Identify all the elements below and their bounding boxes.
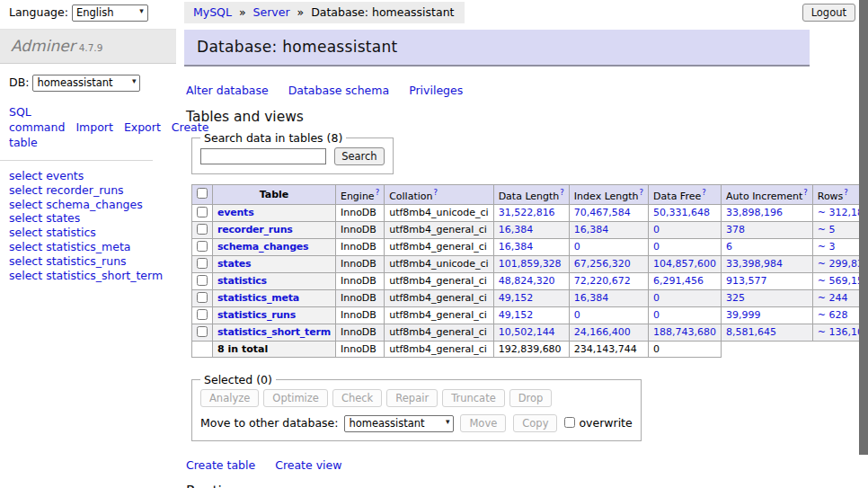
sidebar-table-links: select eventsselect recorder_runsselect … <box>0 161 176 282</box>
select-link-schema-changes[interactable]: select <box>9 198 42 211</box>
sidebar-table-row: select events <box>9 169 176 183</box>
table-name-link-statistics-runs[interactable]: statistics_runs <box>217 309 296 321</box>
table-name-link-statistics[interactable]: statistics <box>217 275 267 287</box>
row-checkbox[interactable] <box>197 292 208 303</box>
row-checkbox[interactable] <box>197 207 208 217</box>
cell-collation: utf8mb4_unicode_ci <box>385 204 493 221</box>
row-checkbox[interactable] <box>197 275 208 286</box>
breadcrumb-link-mysql[interactable]: MySQL <box>193 5 232 19</box>
cell-auto-increment: 325 <box>722 289 813 306</box>
main-content: MySQL » Server » Database: homeassistant… <box>184 0 810 488</box>
app-version[interactable]: 4.7.9 <box>79 42 103 53</box>
table-link-statistics-short-term[interactable]: statistics_short_term <box>46 269 163 282</box>
table-link-recorder-runs[interactable]: recorder_runs <box>46 183 124 197</box>
search-button[interactable]: Search <box>334 147 385 165</box>
total-blank-cell <box>722 341 813 357</box>
link-database-schema[interactable]: Database schema <box>288 84 389 97</box>
cell-table-name: statistics_short_term <box>213 324 336 341</box>
check-button[interactable]: Check <box>332 389 382 407</box>
row-checkbox[interactable] <box>197 241 208 252</box>
breadcrumb-link-server[interactable]: Server <box>253 5 290 19</box>
vertical-scrollbar[interactable] <box>859 0 868 488</box>
cell-auto-increment: 33,398,984 <box>722 255 813 272</box>
select-link-states[interactable]: select <box>9 211 42 225</box>
link-alter-database[interactable]: Alter database <box>186 84 269 97</box>
menu-link-sql-command[interactable]: SQL command <box>9 105 65 134</box>
link-create-table[interactable]: Create table <box>186 458 255 472</box>
row-checkbox[interactable] <box>197 224 208 235</box>
table-link-statistics-meta[interactable]: statistics_meta <box>46 240 130 253</box>
select-link-statistics-short-term[interactable]: select <box>9 269 42 282</box>
cell-engine: InnoDB <box>335 272 384 289</box>
link-create-view[interactable]: Create view <box>275 458 341 472</box>
row-checkbox[interactable] <box>197 258 208 269</box>
table-total-row: 8 in totalInnoDButf8mb4_general_ci192,83… <box>192 341 868 357</box>
drop-button[interactable]: Drop <box>509 389 553 407</box>
table-name-link-statistics-meta[interactable]: statistics_meta <box>217 292 299 304</box>
table-link-states[interactable]: states <box>46 211 80 225</box>
cell-data-free: 0 <box>649 306 722 324</box>
cell-data-length: 10,502,144 <box>493 324 569 341</box>
column-help-link[interactable]: ? <box>702 188 706 197</box>
table-link-statistics-runs[interactable]: statistics_runs <box>46 254 126 268</box>
select-link-statistics-runs[interactable]: select <box>9 254 42 268</box>
move-button[interactable]: Move <box>460 414 506 432</box>
language-label: Language: <box>9 5 68 19</box>
copy-button[interactable]: Copy <box>513 414 557 432</box>
select-link-statistics-meta[interactable]: select <box>9 240 42 253</box>
overwrite-checkbox[interactable] <box>564 417 575 428</box>
sidebar: Language: English ▾ Adminer4.7.9 DB: hom… <box>0 0 176 488</box>
link-privileges[interactable]: Privileges <box>409 84 463 97</box>
column-help-link[interactable]: ? <box>844 188 848 197</box>
cell-auto-increment: 913,577 <box>722 272 813 289</box>
menu-link-export[interactable]: Export <box>124 120 161 134</box>
cell-table-name: statistics_runs <box>213 306 336 324</box>
select-all-checkbox[interactable] <box>197 188 208 199</box>
column-help-link[interactable]: ? <box>434 188 438 197</box>
cell-auto-increment: 33,898,196 <box>722 204 813 221</box>
table-name-link-statistics-short-term[interactable]: statistics_short_term <box>217 326 331 338</box>
row-checkbox[interactable] <box>197 326 208 337</box>
row-checkbox-cell <box>192 221 213 238</box>
column-help-link[interactable]: ? <box>376 188 380 197</box>
menu-link-import[interactable]: Import <box>75 120 113 134</box>
scrollbar-thumb[interactable] <box>859 0 868 455</box>
table-name-link-events[interactable]: events <box>217 207 254 218</box>
column-help-link[interactable]: ? <box>640 188 644 197</box>
table-name-link-schema-changes[interactable]: schema_changes <box>217 241 308 253</box>
total-index-length: 234,143,744 <box>569 341 648 357</box>
column-help-link[interactable]: ? <box>803 188 808 197</box>
language-select-wrapper: English ▾ <box>72 4 148 22</box>
sidebar-table-row: select recorder_runs <box>9 183 176 198</box>
column-help-link[interactable]: ? <box>560 188 564 197</box>
analyze-button[interactable]: Analyze <box>200 389 259 407</box>
table-name-link-states[interactable]: states <box>217 258 251 270</box>
select-link-events[interactable]: select <box>9 169 42 182</box>
cell-data-free: 0 <box>649 289 722 306</box>
cell-data-length: 16,384 <box>493 238 569 255</box>
row-checkbox[interactable] <box>197 309 208 320</box>
table-link-statistics[interactable]: statistics <box>46 226 96 239</box>
table-name-link-recorder-runs[interactable]: recorder_runs <box>217 224 293 235</box>
select-link-statistics[interactable]: select <box>9 226 42 239</box>
adminer-page: Language: English ▾ Adminer4.7.9 DB: hom… <box>0 0 868 488</box>
db-label: DB: <box>9 75 29 89</box>
language-select[interactable]: English <box>72 4 148 22</box>
logout-button[interactable]: Logout <box>802 4 855 22</box>
table-link-schema-changes[interactable]: schema_changes <box>46 198 143 211</box>
table-link-events[interactable]: events <box>46 169 84 182</box>
truncate-button[interactable]: Truncate <box>442 389 505 407</box>
repair-button[interactable]: Repair <box>386 389 438 407</box>
cell-collation: utf8mb4_general_ci <box>385 324 493 341</box>
column-header-index-length: Index Length? <box>569 185 648 205</box>
app-logo[interactable]: Adminer <box>11 37 75 55</box>
db-select[interactable]: homeassistant <box>32 75 140 92</box>
cell-collation: utf8mb4_general_ci <box>385 238 493 255</box>
cell-index-length: 24,166,400 <box>569 324 648 341</box>
optimize-button[interactable]: Optimize <box>263 389 328 407</box>
move-db-select[interactable]: homeassistant <box>344 415 454 432</box>
search-input[interactable] <box>200 148 326 164</box>
column-header-auto-increment: Auto Increment? <box>722 185 813 205</box>
select-link-recorder-runs[interactable]: select <box>9 183 42 197</box>
cell-collation: utf8mb4_general_ci <box>385 306 493 324</box>
